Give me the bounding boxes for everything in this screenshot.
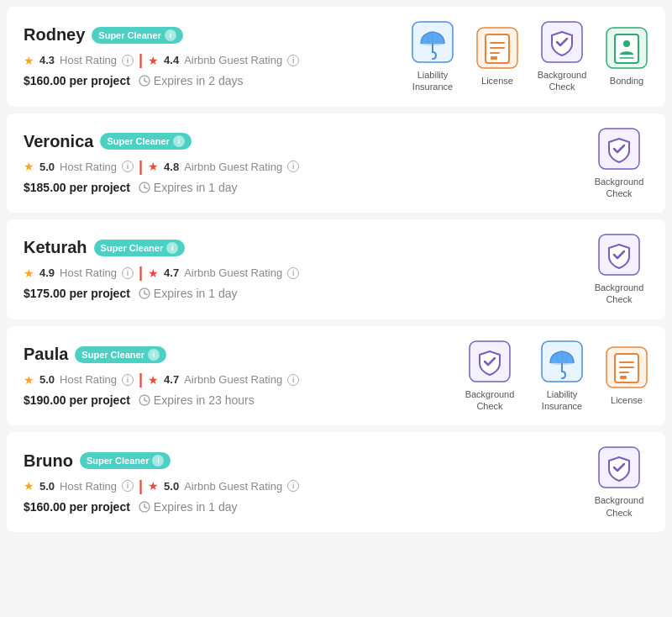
host-rating-label: Host Rating <box>60 373 117 386</box>
svg-line-26 <box>144 293 147 295</box>
rating-divider: | <box>139 264 143 282</box>
price-label: $160.00 per project <box>24 500 130 514</box>
host-rating-value: 4.3 <box>39 54 55 66</box>
credential-background_check: Background Check <box>590 446 648 519</box>
host-star-icon: ★ <box>24 160 34 173</box>
price-label: $175.00 per project <box>24 287 130 300</box>
airbnb-rating-value: 4.7 <box>164 373 179 386</box>
price-row: $160.00 per project Expires in 2 days <box>24 74 403 87</box>
rating-row: ★ 5.0 Host Rating i | ★ 4.8 Airbnb Guest… <box>24 158 480 176</box>
background_check-label: Background Check <box>590 494 648 519</box>
expires-text: Expires in 23 hours <box>154 393 255 407</box>
license-icon <box>475 26 519 70</box>
credential-bonding: Bonding <box>605 26 648 87</box>
super-cleaner-badge: Super Cleaneri <box>92 27 183 44</box>
svg-rect-14 <box>491 56 497 60</box>
svg-point-18 <box>623 40 630 47</box>
background_check-label: Background Check <box>533 69 591 93</box>
cleaner-card-rodney: RodneySuper Cleaneri ★ 4.3 Host Rating i… <box>7 7 665 107</box>
airbnb-rating-value: 5.0 <box>164 480 179 493</box>
host-rating-info-icon[interactable]: i <box>122 55 134 66</box>
badge-info-icon[interactable]: i <box>152 455 164 467</box>
price-row: $160.00 per project Expires in 1 day <box>24 500 480 514</box>
badge-info-icon[interactable]: i <box>165 29 176 41</box>
background_check-label: Background Check <box>590 176 648 200</box>
super-cleaner-badge: Super Cleaneri <box>100 133 192 150</box>
svg-rect-43 <box>620 376 627 379</box>
airbnb-rating-label: Airbnb Guest Rating <box>184 266 282 279</box>
cleaner-card-bruno: BrunoSuper Cleaneri ★ 5.0 Host Rating i … <box>7 432 665 532</box>
rating-divider: | <box>139 477 143 495</box>
badge-label: Super Cleaner <box>98 30 161 40</box>
host-rating-info-icon[interactable]: i <box>122 161 134 172</box>
host-rating-info-icon[interactable]: i <box>122 267 134 279</box>
airbnb-rating-label: Airbnb Guest Rating <box>184 373 282 386</box>
price-row: $185.00 per project Expires in 1 day <box>24 181 480 194</box>
name-row: KeturahSuper Cleaneri <box>24 238 480 257</box>
liability_insurance-icon <box>540 340 584 383</box>
airbnb-rating-info-icon[interactable]: i <box>287 55 299 66</box>
host-rating-value: 5.0 <box>39 373 55 386</box>
cleaner-name: Paula <box>24 345 68 364</box>
credentials-keturah: Background Check <box>480 233 648 306</box>
cleaner-info-bruno: BrunoSuper Cleaneri ★ 5.0 Host Rating i … <box>24 451 480 514</box>
airbnb-rating-info-icon[interactable]: i <box>287 374 299 386</box>
badge-info-icon[interactable]: i <box>148 349 160 361</box>
airbnb-rating-value: 4.4 <box>164 54 179 66</box>
expires-label: Expires in 1 day <box>139 500 238 514</box>
expires-text: Expires in 1 day <box>154 181 238 194</box>
background_check-icon <box>597 127 641 171</box>
badge-label: Super Cleaner <box>87 456 150 466</box>
super-cleaner-badge: Super Cleaneri <box>75 346 166 363</box>
background_check-icon <box>468 340 512 383</box>
airbnb-rating-info-icon[interactable]: i <box>287 161 299 172</box>
cleaner-name: Veronica <box>24 132 93 151</box>
credentials-bruno: Background Check <box>480 446 648 519</box>
badge-label: Super Cleaner <box>81 350 144 360</box>
cleaner-info-keturah: KeturahSuper Cleaneri ★ 4.9 Host Rating … <box>24 238 480 300</box>
badge-info-icon[interactable]: i <box>166 242 178 254</box>
airbnb-rating-label: Airbnb Guest Rating <box>184 54 282 66</box>
rating-divider: | <box>139 371 143 388</box>
airbnb-star-icon: ★ <box>148 479 159 493</box>
cleaner-card-keturah: KeturahSuper Cleaneri ★ 4.9 Host Rating … <box>7 219 665 319</box>
price-label: $190.00 per project <box>24 393 130 407</box>
host-star-icon: ★ <box>24 54 34 67</box>
liability_insurance-label: Liability Insurance <box>403 69 462 93</box>
svg-line-2 <box>144 81 147 82</box>
host-star-icon: ★ <box>24 266 34 280</box>
airbnb-rating-value: 4.8 <box>164 161 179 173</box>
price-label: $160.00 per project <box>24 74 130 87</box>
host-rating-value: 5.0 <box>39 161 55 173</box>
host-rating-label: Host Rating <box>60 54 117 66</box>
expires-label: Expires in 1 day <box>139 287 238 300</box>
cleaner-card-paula: PaulaSuper Cleaneri ★ 5.0 Host Rating i … <box>7 326 665 426</box>
cleaner-name: Keturah <box>24 238 87 257</box>
price-label: $185.00 per project <box>24 181 130 194</box>
background_check-label: Background Check <box>590 282 648 306</box>
airbnb-rating-info-icon[interactable]: i <box>287 267 299 279</box>
airbnb-star-icon: ★ <box>148 373 159 387</box>
cleaner-info-rodney: RodneySuper Cleaneri ★ 4.3 Host Rating i… <box>24 25 403 87</box>
svg-line-46 <box>144 507 147 509</box>
host-rating-label: Host Rating <box>60 161 117 173</box>
liability_insurance-label: Liability Insurance <box>533 388 591 413</box>
badge-info-icon[interactable]: i <box>173 135 185 147</box>
credentials-paula: Background Check Liability Insurance <box>460 340 648 413</box>
rating-divider: | <box>139 51 143 69</box>
background_check-icon <box>597 233 641 277</box>
name-row: VeronicaSuper Cleaneri <box>24 132 480 151</box>
license-label: License <box>611 394 643 406</box>
host-rating-info-icon[interactable]: i <box>122 480 134 492</box>
credential-liability_insurance: Liability Insurance <box>403 20 462 93</box>
credential-background_check: Background Check <box>590 233 648 306</box>
host-rating-info-icon[interactable]: i <box>122 374 134 386</box>
expires-label: Expires in 23 hours <box>139 393 255 407</box>
rating-row: ★ 5.0 Host Rating i | ★ 5.0 Airbnb Guest… <box>24 477 480 495</box>
rating-row: ★ 4.3 Host Rating i | ★ 4.4 Airbnb Guest… <box>24 51 403 69</box>
name-row: BrunoSuper Cleaneri <box>24 451 480 471</box>
badge-label: Super Cleaner <box>107 136 170 146</box>
airbnb-rating-info-icon[interactable]: i <box>287 480 299 492</box>
background_check-icon <box>597 446 641 489</box>
super-cleaner-badge: Super Cleaneri <box>94 240 186 256</box>
